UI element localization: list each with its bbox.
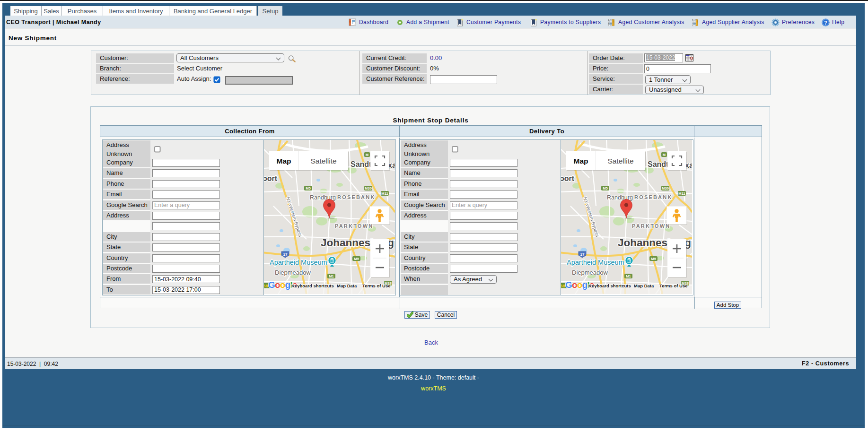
svg-text:?: ? bbox=[824, 20, 827, 26]
svg-text:Terms of Use: Terms of Use bbox=[362, 283, 390, 288]
svg-text:Keyboard shortcuts: Keyboard shortcuts bbox=[291, 283, 334, 288]
svg-text:Map: Map bbox=[277, 157, 291, 165]
svg-text:M: M bbox=[366, 153, 368, 157]
svg-text:Diepmeadow: Diepmeadow bbox=[275, 269, 311, 276]
svg-text:Apartheid Museum: Apartheid Museum bbox=[270, 259, 327, 266]
svg-text:Map Data: Map Data bbox=[337, 283, 357, 288]
svg-text:M5: M5 bbox=[306, 186, 311, 191]
svg-text:M30: M30 bbox=[365, 186, 372, 191]
svg-text:ROSEBANK: ROSEBANK bbox=[337, 194, 376, 200]
svg-text:M9: M9 bbox=[354, 257, 359, 261]
svg-text:Satellite: Satellite bbox=[310, 157, 336, 165]
svg-text:PARKTOWN: PARKTOWN bbox=[335, 223, 373, 229]
svg-text:oort: oort bbox=[264, 174, 278, 182]
svg-text:17: 17 bbox=[283, 252, 288, 257]
svg-text:68: 68 bbox=[264, 284, 268, 288]
svg-text:M1: M1 bbox=[329, 274, 334, 278]
svg-text:M11: M11 bbox=[381, 191, 388, 196]
